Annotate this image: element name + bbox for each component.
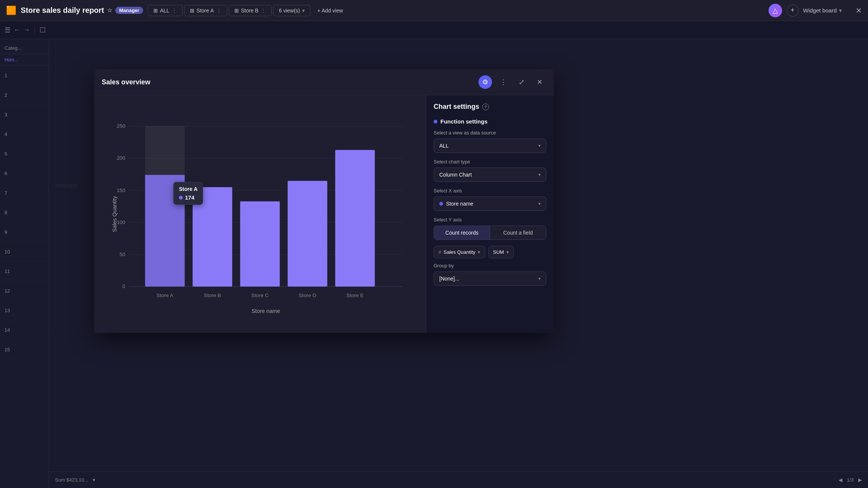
chevron-down-icon-group: ▾ [538,276,541,281]
row-5: 5 [0,144,49,164]
back-icon[interactable]: ← [14,26,20,34]
main-area: Categ... Hom... 1 2 3 4 5 6 7 8 9 10 11 … [0,39,868,488]
expand-button[interactable]: ⤢ [515,75,528,89]
nav-row: ☰ ← → ☐ [0,21,868,39]
tab-store-a[interactable]: ⊞ Store A ⋮ [184,5,227,16]
count-records-button[interactable]: Count records [434,226,490,239]
more-icon: ⋮ [500,78,507,86]
count-field-button[interactable]: Count a field [490,226,546,239]
group-by-select[interactable]: [None]... ▾ [434,271,546,286]
y-axis-label-text: Select Y axis [434,217,546,223]
count-field-label: Count a field [503,230,533,236]
checkbox-icon[interactable]: ☐ [40,26,46,34]
agg-select[interactable]: SUM ▾ [488,246,514,258]
row-2: 2 [0,85,49,105]
chart-type-select[interactable]: Column Chart ▾ [434,168,546,182]
field-row: # Sales Quantity ▾ SUM ▾ [434,246,546,258]
bar-store-c[interactable] [240,201,280,287]
widget-board-button[interactable]: Widget board ▾ [803,7,842,14]
svg-text:50: 50 [119,252,125,257]
row-1: 1 [0,66,49,85]
info-icon[interactable]: ? [482,104,489,110]
data-source-label: Select a view as data source [434,130,546,136]
section-dot [434,120,437,124]
y-axis-buttons: Count records Count a field [434,226,546,240]
chevron-down-icon-agg: ▾ [506,249,509,255]
app-icon: 🟧 [6,6,16,15]
sidebar-toggle-icon[interactable]: ☰ [5,26,11,34]
tab-all-label: ALL [160,8,170,14]
tab-all[interactable]: ⊞ ALL ⋮ [148,5,183,16]
bar-store-a-highlight [145,126,185,287]
row-9: 9 [0,223,49,242]
chart-type-label: Select chart type [434,159,546,165]
plus-button[interactable]: + [787,5,799,17]
more-icon-all[interactable]: ⋮ [172,8,177,14]
star-icon[interactable]: ☆ [107,7,112,14]
row-15: 15 [0,340,49,360]
svg-text:150: 150 [117,188,125,193]
count-records-label: Count records [445,230,478,236]
data-source-value: ALL [439,143,449,149]
status-bar: Sum $423,10... ▾ ◀ 1/3 ▶ [49,471,868,488]
widget-board-label: Widget board [803,7,837,14]
bar-store-e[interactable] [335,150,375,287]
more-icon-store-a[interactable]: ⋮ [216,8,222,14]
field-select[interactable]: # Sales Quantity ▾ [434,246,485,258]
next-page-icon[interactable]: ▶ [858,477,862,483]
row-10: 10 [0,242,49,262]
x-axis-select[interactable]: Store name ▾ [434,197,546,211]
app-title: Store sales daily report ☆ Manager [21,6,143,15]
chevron-down-icon-widget: ▾ [839,7,842,14]
x-axis-label-text: Select X axis [434,188,546,194]
settings-title-text: Chart settings [434,103,479,111]
grid-icon-store-b: ⊞ [234,8,239,14]
manager-badge: Manager [115,7,143,14]
row-8: 8 [0,203,49,223]
x-label-store-c: Store C [251,293,269,298]
add-view-button[interactable]: + Add view [312,5,348,16]
close-button[interactable]: ✕ [856,6,862,15]
left-panel: Categ... Hom... 1 2 3 4 5 6 7 8 9 10 11 … [0,39,49,488]
prev-page-icon[interactable]: ◀ [839,477,842,483]
svg-text:250: 250 [117,123,125,129]
user-avatar[interactable]: △ [769,4,782,17]
view-count-tab[interactable]: 6 view(s) ▾ [273,5,310,16]
row-12: 12 [0,281,49,301]
grid-icon-store-a: ⊞ [190,8,194,14]
chart-svg: Sales Quantity 250 200 150 100 [105,103,414,325]
x-axis-label: Store name [252,308,280,314]
row-4: 4 [0,125,49,144]
section-label: Function settings [440,118,487,125]
row-13: 13 [0,301,49,320]
settings-panel-title: Chart settings ? [434,103,546,111]
chart-type-value: Column Chart [439,172,472,178]
plus-icon: + [791,6,795,14]
function-settings-title: Function settings [434,118,546,125]
x-label-store-b: Store B [204,293,221,298]
more-button[interactable]: ⋮ [497,75,510,89]
bar-store-b[interactable] [193,187,232,287]
agg-label: SUM [493,249,504,255]
settings-button[interactable]: ⚙ [478,75,492,89]
x-axis-value: Store name [446,201,473,207]
content-area: 2020/04/15 $31,992 Xiaomi 4A43 Inch TV S… [49,39,868,488]
title-text: Store sales daily report [21,6,104,15]
chevron-down-icon-source: ▾ [538,143,541,148]
close-icon: ✕ [537,78,542,86]
tab-store-b[interactable]: ⊞ Store B ⋮ [229,5,272,16]
data-source-select[interactable]: ALL ▾ [434,139,546,153]
x-axis-dot [439,202,443,206]
add-view-label: + Add view [317,8,343,14]
modal-close-button[interactable]: ✕ [533,75,546,89]
nav-divider [35,26,35,35]
modal-body: Sales Quantity 250 200 150 100 [94,95,554,333]
bar-store-d[interactable] [288,181,327,287]
chevron-down-icon-views: ▾ [302,8,305,14]
row-14: 14 [0,320,49,340]
more-icon-store-b[interactable]: ⋮ [261,8,266,14]
grid-icon-all: ⊞ [153,8,158,14]
forward-icon[interactable]: → [23,26,30,34]
field-label: Sales Quantity [443,249,475,255]
chevron-down-icon-sum: ▾ [93,477,95,483]
